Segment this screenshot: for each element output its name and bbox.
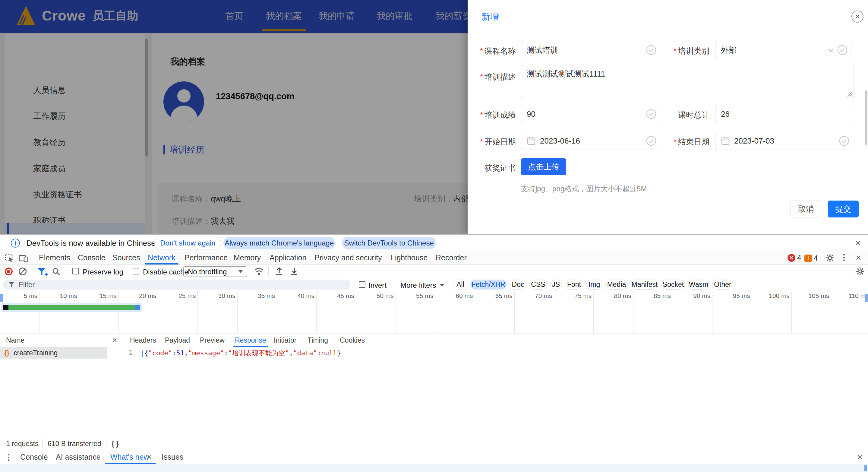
filter-funnel-icon[interactable] <box>38 268 45 275</box>
warning-badge[interactable]: ! 4 <box>804 254 818 262</box>
panel-tab-cookies[interactable]: Cookies <box>340 336 365 345</box>
throttling-select[interactable]: No throttling <box>183 266 247 277</box>
dont-show-again-button[interactable]: Don't show again <box>154 237 221 249</box>
settings-gear-icon[interactable] <box>826 253 835 262</box>
textarea-training-desc[interactable]: 测试测试测试测试1111 <box>521 65 854 98</box>
input-end-date[interactable]: 2023-07-03 <box>715 132 853 150</box>
filter-pill-manifest[interactable]: Manifest <box>631 279 658 290</box>
filter-pill-media[interactable]: Media <box>606 279 628 290</box>
filter-pill-all[interactable]: All <box>454 279 467 290</box>
timeline-gridline-cell: 45 ms <box>316 291 356 334</box>
panel-tab-initiator[interactable]: Initiator <box>274 336 297 345</box>
panel-tab-preview[interactable]: Preview <box>200 336 225 345</box>
timeline-gridline-cell: 15 ms <box>79 291 119 334</box>
drawer-tab-console[interactable]: Console <box>20 453 48 462</box>
chevron-down-icon[interactable] <box>827 46 835 54</box>
add-training-drawer: 新增 × 课程名称 测试培训 培训类别 外部 培训描述 测试测试测试测试1111… <box>468 0 868 234</box>
devtools-tab-console[interactable]: Console <box>78 251 105 265</box>
clear-network-log-icon[interactable] <box>19 267 27 275</box>
filter-pill-doc[interactable]: Doc <box>509 279 526 290</box>
devtools-tab-privacy[interactable]: Privacy and security <box>314 251 382 265</box>
network-conditions-icon[interactable] <box>254 267 264 276</box>
input-total-hours[interactable]: 26 <box>715 105 853 123</box>
drawer-scrollbar[interactable] <box>865 90 867 145</box>
filter-pill-wasm[interactable]: Wasm <box>688 279 709 290</box>
devtools-tab-elements[interactable]: Elements <box>39 251 70 265</box>
import-har-icon[interactable] <box>275 267 283 276</box>
panel-split-divider[interactable] <box>107 334 107 437</box>
panel-tab-payload[interactable]: Payload <box>165 336 190 345</box>
format-json-icon[interactable]: { } <box>112 440 119 448</box>
cancel-button[interactable]: 取消 <box>790 201 821 217</box>
drawer-tab-whats-new[interactable]: What's new <box>110 453 149 462</box>
devtools-tab-performance[interactable]: Performance <box>185 251 228 265</box>
devtools-close-icon[interactable]: × <box>856 253 861 262</box>
more-options-kebab-icon[interactable] <box>843 254 845 256</box>
drawer-close-icon[interactable]: × <box>857 452 863 462</box>
textarea-training-desc-value: 测试测试测试测试1111 <box>527 69 605 79</box>
filter-pill-img[interactable]: Img <box>586 279 602 290</box>
devtools-tab-sources[interactable]: Sources <box>113 251 140 265</box>
label-training-score: 培训成绩 <box>477 110 516 120</box>
upload-button[interactable]: 点击上传 <box>521 158 566 175</box>
network-timeline[interactable]: 5 ms10 ms15 ms20 ms25 ms30 ms35 ms40 ms4… <box>0 291 868 334</box>
device-toolbar-icon[interactable] <box>19 254 28 263</box>
input-training-score[interactable]: 90 <box>521 105 660 123</box>
requests-count: 1 requests <box>6 440 38 448</box>
drawer-panel-scrollbar[interactable] <box>864 465 867 471</box>
drawer-more-kebab-icon[interactable] <box>8 454 9 455</box>
panel-tab-timing[interactable]: Timing <box>308 336 328 345</box>
network-filter-input[interactable]: Filter <box>3 279 350 290</box>
timeline-gridline-cell: 110 ms <box>831 291 868 334</box>
divider <box>66 267 66 276</box>
notification-close-icon[interactable]: × <box>855 238 861 247</box>
warning-icon: ! <box>804 255 812 262</box>
network-settings-gear-icon[interactable] <box>856 267 865 276</box>
drawer-tab-ai-assistance[interactable]: AI assistance <box>56 453 101 462</box>
filter-pill-socket[interactable]: Socket <box>661 279 685 290</box>
input-course-name[interactable]: 测试培训 <box>521 41 660 59</box>
input-start-date[interactable]: 2023-06-16 <box>521 132 660 150</box>
export-har-icon[interactable] <box>290 267 299 276</box>
whats-new-panel-top <box>0 464 868 472</box>
devtools-tab-memory[interactable]: Memory <box>234 251 261 265</box>
label-course-name: 课程名称 <box>477 46 516 56</box>
search-icon[interactable] <box>52 267 60 276</box>
more-filters-button[interactable]: More filters <box>400 281 444 290</box>
match-chrome-language-button[interactable]: Always match Chrome's language <box>223 237 335 249</box>
drawer-tab-issues[interactable]: Issues <box>162 453 183 462</box>
filter-pill-js[interactable]: JS <box>550 279 562 290</box>
filter-pill-css[interactable]: CSS <box>529 279 547 290</box>
devtools-tab-network[interactable]: Network <box>148 251 176 265</box>
timeline-gridline-cell: 100 ms <box>752 291 792 334</box>
whats-new-close-icon[interactable]: × <box>147 453 151 461</box>
calendar-icon <box>721 136 730 145</box>
resize-handle-icon[interactable] <box>847 92 852 96</box>
filter-pill-font[interactable]: Font <box>565 279 583 290</box>
drawer-close-icon[interactable]: × <box>851 10 864 23</box>
devtools-tab-application[interactable]: Application <box>270 251 306 265</box>
screen: Crowe 员工自助 首页 我的档案 我的申请 我的审批 我的薪资 人员信息 工… <box>0 0 868 472</box>
devtools-tab-lighthouse[interactable]: Lighthouse <box>391 251 428 265</box>
filter-pill-fetch-xhr[interactable]: Fetch/XHR <box>470 279 506 290</box>
overview-left-handle[interactable] <box>0 294 3 302</box>
panel-tab-headers[interactable]: Headers <box>130 336 156 345</box>
overview-right-handle[interactable] <box>865 294 868 302</box>
error-badge[interactable]: ✕ 4 <box>787 254 801 262</box>
disable-cache-checkbox[interactable] <box>133 268 139 274</box>
filter-pill-other[interactable]: Other <box>712 279 733 290</box>
submit-button[interactable]: 提交 <box>828 201 859 217</box>
preserve-log-checkbox[interactable] <box>72 268 79 274</box>
name-column-header[interactable]: Name <box>6 336 24 345</box>
record-network-log-button[interactable] <box>5 267 13 275</box>
switch-devtools-chinese-button[interactable]: Switch DevTools to Chinese <box>342 237 436 249</box>
request-row-selected[interactable]: {} createTraining <box>0 347 107 359</box>
invert-checkbox[interactable] <box>359 281 365 288</box>
inspect-element-icon[interactable] <box>5 254 14 263</box>
panel-tab-response[interactable]: Response <box>235 336 266 345</box>
divider <box>393 279 393 290</box>
input-total-hours-value: 26 <box>721 110 730 119</box>
timeline-gridline-cell: 35 ms <box>238 291 277 334</box>
close-request-panel-icon[interactable]: × <box>112 336 117 345</box>
devtools-tab-recorder[interactable]: Recorder <box>436 251 467 265</box>
